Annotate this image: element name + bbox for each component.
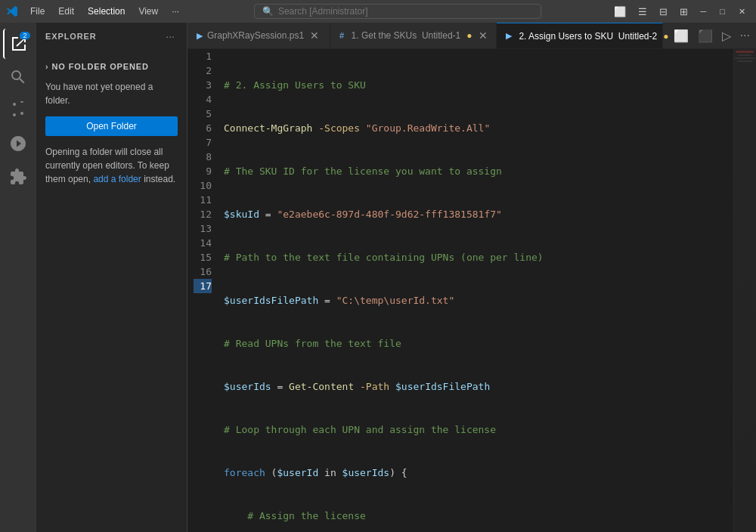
no-folder-subtext: Opening a folder will close all currentl… (45, 145, 178, 186)
no-folder-title: NO FOLDER OPENED (45, 62, 178, 71)
tab-modified-dot2: ● (663, 31, 668, 42)
sidebar-title: EXPLORER (45, 32, 97, 41)
maximize-button[interactable]: □ (715, 5, 730, 17)
vscode-logo (6, 5, 18, 17)
menu-view[interactable]: View (132, 5, 164, 18)
tab-icon-2: ▶ (506, 31, 512, 41)
search-icon: 🔍 (262, 6, 274, 17)
source-control-icon[interactable] (3, 95, 33, 125)
menu-selection[interactable]: Selection (82, 5, 131, 18)
titlebar-left: File Edit Selection View ··· (6, 5, 185, 18)
sidebar-actions: ··· (163, 29, 178, 44)
tab-getskus[interactable]: # 1. Get the SKUs Untitled-1 ● ✕ (330, 23, 497, 49)
open-folder-button[interactable]: Open Folder (45, 116, 178, 136)
titlebar-menus: File Edit Selection View ··· (24, 5, 185, 18)
split-right-icon[interactable]: ⬜ (671, 27, 692, 45)
tab-assignusers[interactable]: ▶ 2. Assign Users to SKU Untitled-2 ● ✕ (497, 23, 663, 49)
new-file-icon[interactable]: ··· (163, 29, 178, 44)
line-numbers: 12345 678910 1112131415 1617 (187, 49, 218, 532)
minimize-button[interactable]: ─ (696, 5, 711, 17)
tab-icon-1: # (339, 31, 344, 40)
toggle-layout-icon[interactable]: ⊞ (676, 5, 692, 19)
toggle-sidebar-icon[interactable]: ☰ (634, 5, 651, 19)
split-editor-icon[interactable]: ⬜ (610, 5, 630, 19)
titlebar: File Edit Selection View ··· 🔍 ⬜ ☰ ⊟ ⊞ ─… (0, 0, 756, 23)
tab-icon-ps: ▶ (197, 31, 203, 41)
explorer-icon[interactable]: 2 (3, 29, 33, 59)
titlebar-search[interactable]: 🔍 (254, 4, 541, 19)
code-content: 12345 678910 1112131415 1617 # 2. Assign… (187, 49, 756, 532)
extensions-icon[interactable] (3, 162, 33, 192)
more-icon[interactable]: ··· (737, 27, 753, 44)
no-folder-text: You have not yet opened a folder. (45, 80, 178, 107)
tab-label: GraphXRaySession.ps1 (207, 30, 304, 41)
search-input[interactable] (278, 6, 533, 17)
split-down-icon[interactable]: ⬛ (695, 27, 716, 45)
code-lines: # 2. Assign Users to SKU Connect-MgGraph… (218, 49, 733, 532)
menu-more[interactable]: ··· (166, 5, 185, 18)
titlebar-right: ⬜ ☰ ⊟ ⊞ ─ □ ✕ (610, 5, 750, 19)
explorer-badge: 2 (20, 32, 30, 39)
toggle-panel-icon[interactable]: ⊟ (655, 5, 671, 19)
menu-file[interactable]: File (24, 5, 51, 18)
search-icon[interactable] (3, 62, 33, 92)
code-editor[interactable]: 12345 678910 1112131415 1617 # 2. Assign… (187, 49, 756, 532)
tab-bar: ▶ GraphXRaySession.ps1 ✕ # 1. Get the SK… (187, 23, 756, 49)
tab-label-getskus: 1. Get the SKUs Untitled-1 (349, 30, 460, 41)
tab-close-graphxray[interactable]: ✕ (308, 29, 321, 42)
no-folder-section: NO FOLDER OPENED You have not yet opened… (36, 50, 187, 198)
minimap (733, 49, 757, 532)
add-folder-link[interactable]: add a folder (93, 174, 141, 184)
sidebar-header: EXPLORER ··· (36, 23, 187, 50)
tab-graphxray[interactable]: ▶ GraphXRaySession.ps1 ✕ (187, 23, 330, 49)
run-debug-icon[interactable] (3, 128, 33, 159)
tab-modified-dot: ● (466, 30, 472, 41)
sidebar: EXPLORER ··· NO FOLDER OPENED You have n… (36, 23, 187, 532)
tab-close-getskus[interactable]: ✕ (477, 29, 489, 42)
menu-edit[interactable]: Edit (52, 5, 80, 18)
close-button[interactable]: ✕ (734, 5, 750, 18)
run-icon[interactable]: ▷ (719, 27, 734, 45)
tab-label-assignusers: 2. Assign Users to SKU Untitled-2 (516, 31, 657, 42)
activity-bar: 2 (0, 23, 36, 532)
editor-area: ▶ GraphXRaySession.ps1 ✕ # 1. Get the SK… (187, 23, 756, 532)
